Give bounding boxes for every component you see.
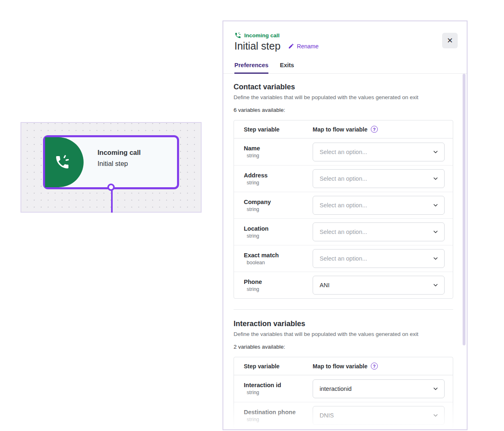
section-title: Contact variables [234,83,453,91]
map-to-flow-variable-select[interactable]: Select an option... [313,196,445,215]
map-to-flow-variable-select[interactable]: Select an option... [313,222,445,241]
step-type-label: Incoming call [234,32,279,39]
map-to-flow-variable-select[interactable]: ANI [313,276,445,295]
variable-type: string [244,286,313,292]
variable-row: Destination phone string DNIS [234,402,453,429]
scrollbar[interactable] [463,74,465,345]
dropdown-value: Select an option... [320,229,367,235]
tab-exits[interactable]: Exits [280,62,294,74]
col-step-variable: Step variable [244,363,313,370]
variable-type: string [244,180,313,186]
incoming-call-icon [234,32,241,39]
incoming-call-icon [54,154,70,170]
chevron-down-icon [432,175,439,182]
step-settings-panel: Incoming call Initial step Rename ✕ Pref… [222,20,468,430]
variable-name: Exact match [244,252,313,259]
flow-builder-screen: Incoming call Initial step Incoming call… [0,0,504,431]
pencil-icon [288,43,294,49]
help-icon[interactable]: ? [371,126,378,133]
incoming-call-node[interactable]: Incoming call Initial step [43,135,179,189]
chevron-down-icon [432,202,439,209]
dropdown-value: interactionid [320,386,352,392]
tab-preferences[interactable]: Preferences [234,62,268,74]
variable-type: string [244,206,313,212]
col-map-to-flow-variable: Map to flow variable [313,363,368,370]
dropdown-value: ANI [320,282,329,288]
variables-table: Step variable Map to flow variable ? Int… [234,357,453,429]
variable-name: Interaction id [244,382,313,388]
chevron-down-icon [432,149,439,155]
close-button[interactable]: ✕ [442,33,458,48]
variable-row: Interaction id string interactionid [234,375,453,402]
map-to-flow-variable-select[interactable]: Select an option... [313,169,445,188]
section-divider [234,309,453,310]
section-description: Define the variables that will be popula… [234,94,453,100]
dropdown-value: Select an option... [320,175,367,182]
chevron-down-icon [432,229,439,235]
panel-title: Initial step [234,40,281,52]
section-description: Define the variables that will be popula… [234,331,453,337]
panel-tabs: Preferences Exits [234,62,294,74]
variables-table: Step variable Map to flow variable ? Nam… [234,120,453,299]
variable-row: Address string Select an option... [234,165,453,192]
map-to-flow-variable-select[interactable]: DNIS [313,406,445,425]
variable-type: string [244,153,313,159]
section-title: Interaction variables [234,320,453,328]
variable-row: Company string Select an option... [234,192,453,218]
variable-row: Location string Select an option... [234,218,453,245]
chevron-down-icon [432,255,439,262]
table-header-row: Step variable Map to flow variable ? [234,357,453,375]
help-icon[interactable]: ? [371,363,378,370]
flow-canvas[interactable]: Incoming call Initial step [20,122,202,213]
col-map-to-flow-variable: Map to flow variable [313,126,368,133]
variable-type: string [244,390,313,395]
variable-name: Company [244,199,313,205]
variable-row: Phone string ANI [234,272,453,298]
dropdown-value: DNIS [320,412,334,419]
variable-type: string [244,417,313,422]
contact-variables-section: Contact variables Define the variables t… [234,83,453,299]
chevron-down-icon [432,282,439,288]
map-to-flow-variable-select[interactable]: interactionid [313,379,445,398]
chevron-down-icon [432,412,439,419]
panel-header: Incoming call Initial step Rename ✕ Pref… [223,21,467,74]
node-output-port[interactable] [107,184,115,191]
node-icon-area [45,137,84,187]
interaction-variables-section: Interaction variables Define the variabl… [234,320,453,429]
variables-count: 2 variables available: [234,344,453,350]
map-to-flow-variable-select[interactable]: Select an option... [313,249,445,268]
variable-name: Location [244,225,313,232]
step-type-text: Incoming call [244,32,279,39]
variable-name: Destination phone [244,409,313,415]
variable-type: boolean [244,260,313,265]
rename-button[interactable]: Rename [288,43,319,50]
dropdown-value: Select an option... [320,202,367,209]
variable-row: Name string Select an option... [234,138,453,165]
variable-name: Phone [244,279,313,285]
col-step-variable: Step variable [244,126,313,133]
panel-body: Contact variables Define the variables t… [223,74,467,429]
chevron-down-icon [432,386,439,392]
variable-name: Address [244,172,313,179]
dropdown-value: Select an option... [320,255,367,262]
variable-row: Exact match boolean Select an option... [234,245,453,272]
variables-count: 6 variables available: [234,107,453,113]
node-title: Initial step [98,158,141,169]
rename-label: Rename [297,43,319,50]
dropdown-value: Select an option... [320,149,367,155]
table-header-row: Step variable Map to flow variable ? [234,120,453,138]
connector-line [111,188,113,213]
node-type-label: Incoming call [98,147,141,158]
map-to-flow-variable-select[interactable]: Select an option... [313,143,445,161]
variable-name: Name [244,145,313,152]
variable-type: string [244,233,313,239]
